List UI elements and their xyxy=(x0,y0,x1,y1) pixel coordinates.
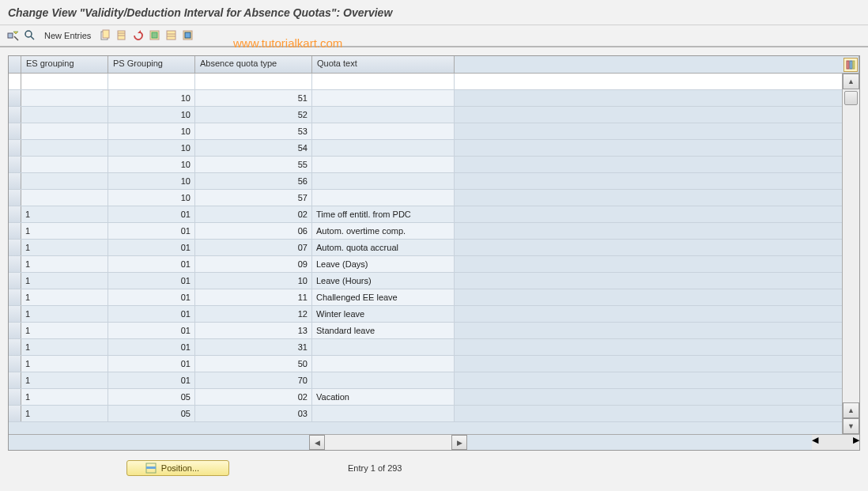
scroll-right-button[interactable]: ▶ xyxy=(451,435,467,450)
cell-absence-quota-type[interactable]: 31 xyxy=(195,339,312,355)
cell-ps-grouping[interactable]: 10 xyxy=(108,107,195,123)
cell-es-grouping[interactable]: 1 xyxy=(21,406,108,421)
scroll-left-button[interactable]: ◀ xyxy=(309,435,325,450)
deselect-all-icon[interactable] xyxy=(181,28,195,43)
scroll-thumb-vertical[interactable] xyxy=(844,91,858,105)
row-selector[interactable] xyxy=(9,140,21,156)
row-selector[interactable] xyxy=(9,323,21,338)
cell-quota-text[interactable]: Vacation xyxy=(312,389,455,405)
position-button[interactable]: Position... xyxy=(126,460,229,476)
select-all-icon[interactable] xyxy=(148,28,162,43)
cell-es-grouping[interactable]: 1 xyxy=(21,273,108,289)
row-selector[interactable] xyxy=(9,240,21,255)
cell-ps-grouping[interactable]: 10 xyxy=(108,140,195,156)
new-entries-button[interactable]: New Entries xyxy=(44,31,91,40)
row-selector[interactable] xyxy=(9,206,21,222)
undo-icon[interactable] xyxy=(131,28,145,43)
filter-qt[interactable] xyxy=(312,74,455,89)
cell-es-grouping[interactable]: 1 xyxy=(21,372,108,388)
select-block-icon[interactable] xyxy=(164,28,179,43)
cell-absence-quota-type[interactable]: 70 xyxy=(195,372,312,388)
cell-quota-text[interactable] xyxy=(312,356,455,372)
row-selector[interactable] xyxy=(9,123,21,139)
col-header-ps-grouping[interactable]: PS Grouping xyxy=(108,56,195,73)
row-selector[interactable] xyxy=(9,173,21,189)
scroll-right-button-2[interactable]: ▶ xyxy=(853,435,859,450)
cell-quota-text[interactable] xyxy=(312,90,455,106)
row-selector[interactable] xyxy=(9,273,21,289)
cell-ps-grouping[interactable]: 05 xyxy=(108,389,195,405)
find-icon[interactable] xyxy=(23,28,37,43)
cell-quota-text[interactable]: Leave (Days) xyxy=(312,256,455,272)
cell-absence-quota-type[interactable]: 52 xyxy=(195,107,312,123)
cell-absence-quota-type[interactable]: 03 xyxy=(195,406,312,421)
cell-absence-quota-type[interactable]: 07 xyxy=(195,240,312,255)
cell-ps-grouping[interactable]: 01 xyxy=(108,356,195,372)
col-header-es-grouping[interactable]: ES grouping xyxy=(21,56,108,73)
cell-absence-quota-type[interactable]: 02 xyxy=(195,206,312,222)
row-selector[interactable] xyxy=(9,256,21,272)
cell-es-grouping[interactable]: 1 xyxy=(21,256,108,272)
cell-ps-grouping[interactable]: 01 xyxy=(108,206,195,222)
cell-absence-quota-type[interactable]: 55 xyxy=(195,157,312,172)
row-selector[interactable] xyxy=(9,90,21,106)
cell-es-grouping[interactable]: 1 xyxy=(21,356,108,372)
cell-absence-quota-type[interactable]: 51 xyxy=(195,90,312,106)
scroll-up-page-button[interactable]: ▲ xyxy=(843,402,859,418)
filter-ps[interactable] xyxy=(108,74,195,89)
cell-es-grouping[interactable] xyxy=(21,123,108,139)
cell-ps-grouping[interactable]: 01 xyxy=(108,273,195,289)
cell-absence-quota-type[interactable]: 57 xyxy=(195,190,312,206)
cell-quota-text[interactable]: Autom. overtime comp. xyxy=(312,223,455,239)
row-selector[interactable] xyxy=(9,306,21,322)
cell-absence-quota-type[interactable]: 02 xyxy=(195,389,312,405)
cell-quota-text[interactable]: Winter leave xyxy=(312,306,455,322)
scroll-left-button-2[interactable]: ◀ xyxy=(812,435,818,450)
table-settings-button[interactable] xyxy=(843,58,858,72)
cell-ps-grouping[interactable]: 01 xyxy=(108,323,195,338)
cell-absence-quota-type[interactable]: 09 xyxy=(195,256,312,272)
cell-es-grouping[interactable] xyxy=(21,157,108,172)
cell-quota-text[interactable]: Autom. quota accrual xyxy=(312,240,455,255)
cell-es-grouping[interactable]: 1 xyxy=(21,389,108,405)
cell-absence-quota-type[interactable]: 12 xyxy=(195,306,312,322)
cell-ps-grouping[interactable]: 10 xyxy=(108,90,195,106)
row-selector[interactable] xyxy=(9,190,21,206)
cell-absence-quota-type[interactable]: 54 xyxy=(195,140,312,156)
row-selector[interactable] xyxy=(9,372,21,388)
row-selector[interactable] xyxy=(9,157,21,172)
cell-es-grouping[interactable]: 1 xyxy=(21,306,108,322)
filter-aqt[interactable] xyxy=(195,74,312,89)
cell-absence-quota-type[interactable]: 50 xyxy=(195,356,312,372)
row-selector-header[interactable] xyxy=(9,56,21,73)
cell-es-grouping[interactable]: 1 xyxy=(21,206,108,222)
scroll-track-horizontal[interactable] xyxy=(325,435,451,450)
col-header-absence-quota-type[interactable]: Absence quota type xyxy=(195,56,312,73)
cell-es-grouping[interactable]: 1 xyxy=(21,339,108,355)
cell-ps-grouping[interactable]: 01 xyxy=(108,256,195,272)
cell-absence-quota-type[interactable]: 10 xyxy=(195,273,312,289)
cell-absence-quota-type[interactable]: 11 xyxy=(195,289,312,305)
cell-absence-quota-type[interactable]: 53 xyxy=(195,123,312,139)
scroll-track-horizontal-2[interactable] xyxy=(818,435,853,450)
scroll-down-button[interactable]: ▼ xyxy=(843,418,859,434)
row-selector[interactable] xyxy=(9,289,21,305)
cell-ps-grouping[interactable]: 01 xyxy=(108,289,195,305)
cell-ps-grouping[interactable]: 05 xyxy=(108,406,195,421)
cell-absence-quota-type[interactable]: 56 xyxy=(195,173,312,189)
cell-es-grouping[interactable] xyxy=(21,173,108,189)
cell-ps-grouping[interactable]: 10 xyxy=(108,157,195,172)
row-selector[interactable] xyxy=(9,356,21,372)
scroll-up-button[interactable]: ▲ xyxy=(843,74,859,89)
cell-ps-grouping[interactable]: 01 xyxy=(108,339,195,355)
row-selector[interactable] xyxy=(9,107,21,123)
cell-quota-text[interactable]: Standard leave xyxy=(312,323,455,338)
row-selector[interactable] xyxy=(9,406,21,421)
cell-quota-text[interactable] xyxy=(312,406,455,421)
cell-quota-text[interactable] xyxy=(312,173,455,189)
cell-es-grouping[interactable]: 1 xyxy=(21,289,108,305)
display-change-toggle-icon[interactable] xyxy=(6,28,21,43)
cell-es-grouping[interactable]: 1 xyxy=(21,223,108,239)
cell-quota-text[interactable] xyxy=(312,190,455,206)
cell-es-grouping[interactable]: 1 xyxy=(21,240,108,255)
